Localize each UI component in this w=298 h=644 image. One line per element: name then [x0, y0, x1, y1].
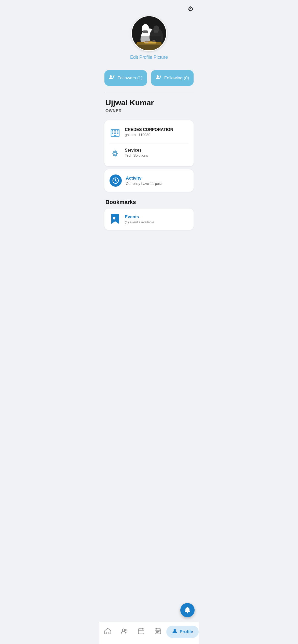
avatar-image — [132, 16, 166, 50]
services-info: Services Tech Solutions — [125, 148, 148, 157]
svg-rect-24 — [114, 130, 116, 131]
bookmark-events-text: Events (1) event's available — [125, 214, 154, 224]
building-icon — [111, 128, 120, 138]
page-container: ⚙ — [99, 0, 199, 256]
services-label: Services — [125, 148, 148, 153]
gear-services-icon — [111, 149, 120, 158]
svg-rect-27 — [114, 133, 116, 134]
bookmark-events-icon — [110, 214, 121, 225]
profile-pic-section: Edit Profile Picture — [99, 16, 199, 65]
following-label: Following (0) — [164, 76, 189, 81]
header-area: ⚙ — [99, 0, 199, 16]
svg-rect-28 — [117, 133, 118, 134]
svg-rect-12 — [154, 31, 158, 33]
activity-text: Activity Currently have 11 post — [126, 176, 162, 186]
svg-rect-14 — [132, 44, 166, 50]
svg-line-33 — [116, 181, 117, 181]
activity-title: Activity — [126, 176, 162, 181]
svg-rect-29 — [114, 135, 116, 137]
company-info: CREDES CORPORATION ghitorni, 110030 — [125, 127, 173, 137]
svg-point-21 — [160, 76, 161, 77]
svg-rect-23 — [112, 130, 113, 131]
followers-icon — [109, 75, 115, 81]
following-icon — [156, 75, 162, 81]
services-value: Tech Solutions — [125, 153, 148, 157]
bookmark-events-title: Events — [125, 214, 154, 219]
services-icon — [110, 148, 121, 159]
svg-point-16 — [110, 75, 112, 77]
avatar — [131, 16, 167, 51]
company-row: CREDES CORPORATION ghitorni, 110030 — [110, 125, 188, 141]
company-icon — [110, 127, 121, 139]
bookmarks-title: Bookmarks — [99, 195, 199, 209]
followers-button[interactable]: Followers (1) — [104, 70, 147, 86]
bookmark-flag-icon — [110, 214, 120, 225]
svg-point-30 — [114, 152, 116, 155]
followers-label: Followers (1) — [117, 76, 142, 81]
bookmark-events-subtitle: (1) event's available — [125, 220, 154, 224]
activity-subtitle: Currently have 11 post — [126, 182, 162, 186]
svg-point-20 — [157, 75, 159, 77]
business-card: CREDES CORPORATION ghitorni, 110030 Serv… — [104, 120, 194, 166]
settings-icon[interactable]: ⚙ — [188, 5, 194, 13]
bookmarks-events-card[interactable]: Events (1) event's available — [104, 209, 194, 230]
company-address: ghitorni, 110030 — [125, 133, 173, 137]
activity-card[interactable]: Activity Currently have 11 post — [104, 169, 194, 192]
following-svg — [156, 75, 162, 80]
svg-rect-13 — [137, 36, 161, 42]
svg-rect-15 — [132, 43, 166, 45]
user-name: Ujjwal Kumar — [105, 98, 193, 107]
company-name: CREDES CORPORATION — [125, 127, 173, 132]
svg-rect-26 — [112, 133, 113, 134]
edit-profile-picture-link[interactable]: Edit Profile Picture — [130, 55, 168, 60]
user-info-section: Ujjwal Kumar OWNER — [99, 92, 199, 117]
user-role: OWNER — [105, 109, 193, 113]
svg-rect-4 — [142, 27, 148, 30]
activity-icon-circle — [110, 174, 122, 187]
svg-rect-11 — [143, 31, 148, 33]
follow-buttons-row: Followers (1) Following (0) — [99, 65, 199, 92]
followers-svg — [109, 75, 115, 80]
following-button[interactable]: Following (0) — [151, 70, 194, 86]
svg-rect-25 — [117, 130, 118, 131]
services-row: Services Tech Solutions — [110, 143, 188, 161]
clock-icon — [112, 177, 119, 184]
